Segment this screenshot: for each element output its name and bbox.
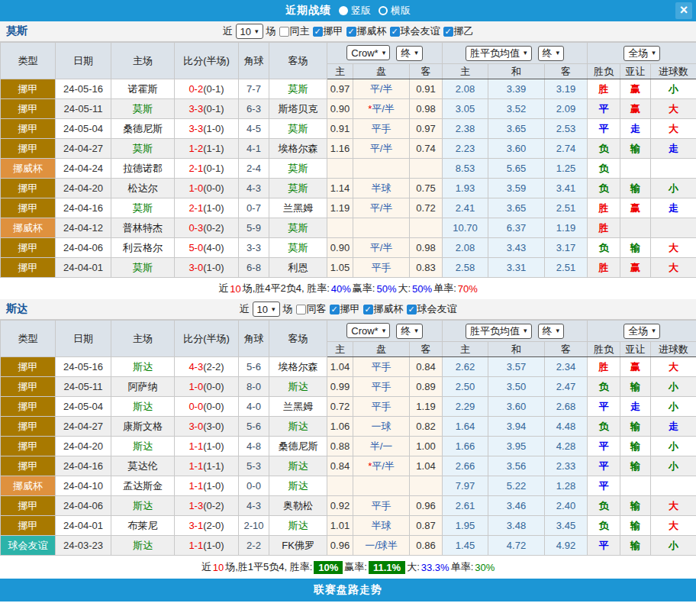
date-cell: 24-04-06 xyxy=(56,496,111,516)
result-wdl-cell: 胜 xyxy=(588,198,620,218)
odds-away-cell: 0.98 xyxy=(410,99,443,119)
away-team-cell: 桑德尼斯 xyxy=(269,437,327,456)
result-handicap-cell: 走 xyxy=(620,397,651,417)
avg-home-cell: 2.66 xyxy=(443,456,488,476)
league-badge: 挪甲 xyxy=(1,79,56,99)
avg-home-cell: 2.08 xyxy=(443,79,488,99)
team2-league3-checkbox[interactable]: 球会友谊 xyxy=(407,302,457,316)
bookmaker-select[interactable]: Crow*▾ xyxy=(346,323,390,338)
team2-league2-checkbox[interactable]: 挪威杯 xyxy=(363,302,404,316)
result-handicap-cell: 输 xyxy=(620,417,651,437)
result-wdl-cell: 负 xyxy=(588,417,620,437)
final-odds-select2[interactable]: 终▾ xyxy=(538,324,565,339)
result-goals-cell: 大 xyxy=(651,238,696,258)
avg-away-cell: 3.41 xyxy=(545,179,588,198)
team1-league3-checkbox[interactable]: 球会友谊 xyxy=(390,24,440,38)
sub-home-header: 主 xyxy=(327,64,353,79)
final-odds-select2[interactable]: 终▾ xyxy=(538,46,565,61)
score-cell: 1-3(0-2) xyxy=(175,496,239,516)
home-team-cell: 桑德尼斯 xyxy=(111,119,175,139)
odds-away-cell: 1.19 xyxy=(410,397,443,417)
home-header: 主场 xyxy=(111,43,175,79)
result-wdl-cell: 平 xyxy=(588,119,620,139)
team1-games-count-select[interactable]: 10▾ xyxy=(236,24,263,39)
match-row: 挪甲24-05-16诺霍斯0-2(0-1)7-7莫斯0.97平/半0.912.0… xyxy=(1,79,696,99)
away-team-cell: 兰黑姆 xyxy=(269,397,327,417)
result-wdl-cell: 负 xyxy=(588,516,620,536)
avg-away-cell: 3.19 xyxy=(545,79,588,99)
layout-horizontal-radio[interactable] xyxy=(379,6,388,15)
scope-select[interactable]: 全场▾ xyxy=(624,324,660,339)
final-odds-select[interactable]: 终▾ xyxy=(396,46,423,61)
avg-odds-select[interactable]: 胜平负均值▾ xyxy=(466,324,532,339)
team1-name: 莫斯 xyxy=(6,24,27,38)
date-header: 日期 xyxy=(56,43,111,79)
score-cell: 1-0(0-0) xyxy=(175,377,239,397)
handicap-cell: 平手 xyxy=(353,377,410,397)
close-icon[interactable]: × xyxy=(675,2,692,19)
chevron-down-icon: ▾ xyxy=(524,50,527,56)
odds-home-cell: 1.06 xyxy=(327,417,353,437)
team1-league2-checkbox[interactable]: 挪威杯 xyxy=(346,24,387,38)
league-badge: 挪甲 xyxy=(1,258,56,278)
layout-vertical-radio[interactable] xyxy=(339,6,348,15)
odds-home-cell: 1.19 xyxy=(327,198,353,218)
league2-label: 挪威杯 xyxy=(374,302,404,316)
popup-title: 近期战绩 xyxy=(285,4,331,18)
avg-header-cell: 胜平负均值▾终▾ xyxy=(443,321,588,342)
odds-home-cell: 1.16 xyxy=(327,139,353,159)
team1-league1-checkbox[interactable]: 挪甲 xyxy=(313,24,343,38)
avg-home-cell: 1.93 xyxy=(443,179,488,198)
league-badge: 挪甲 xyxy=(1,397,56,417)
team2-same-away-checkbox[interactable]: 同客 xyxy=(296,302,327,316)
league-trend-title: 联赛盘路走势 xyxy=(314,583,382,597)
league2-label: 挪威杯 xyxy=(357,24,387,38)
final-odds-select[interactable]: 终▾ xyxy=(396,324,423,339)
team1-same-home-checkbox[interactable]: 同主 xyxy=(279,24,310,38)
games-label: 场 xyxy=(266,24,276,38)
result-goals-cell: 走 xyxy=(651,198,696,218)
league-badge: 挪甲 xyxy=(1,238,56,258)
avg-draw-cell: 3.43 xyxy=(488,238,545,258)
result-wdl-cell: 负 xyxy=(588,238,620,258)
result-handicap-cell: 赢 xyxy=(620,99,651,119)
team1-league4-checkbox[interactable]: 挪乙 xyxy=(443,24,474,38)
date-cell: 24-04-16 xyxy=(56,198,111,218)
away-header: 客场 xyxy=(269,43,327,79)
avg-draw-cell: 3.60 xyxy=(488,397,545,417)
avg-away-cell: 2.68 xyxy=(545,397,588,417)
result-handicap-cell: 输 xyxy=(620,238,651,258)
odds-home-cell: 0.90 xyxy=(327,238,353,258)
result-goals-cell: 大 xyxy=(651,119,696,139)
match-row: 挪甲24-04-27莫斯1-2(1-1)4-1埃格尔森1.16平/半0.742.… xyxy=(1,139,696,159)
avg-away-cell: 4.28 xyxy=(545,437,588,456)
corner-header: 角球 xyxy=(239,43,269,79)
team2-games-count-select[interactable]: 10▾ xyxy=(253,302,280,317)
date-cell: 24-05-16 xyxy=(56,357,111,377)
score-cell: 2-1(0-1) xyxy=(175,159,239,179)
score-cell: 5-0(4-0) xyxy=(175,238,239,258)
team2-league1-checkbox[interactable]: 挪甲 xyxy=(330,302,360,316)
odds-away-cell: 1.00 xyxy=(410,437,443,456)
result-goals-cell: 大 xyxy=(651,516,696,536)
result-handicap-cell: 输 xyxy=(620,377,651,397)
handicap-cell: 平/半 xyxy=(353,238,410,258)
result-goals-cell: 小 xyxy=(651,397,696,417)
avg-home-cell: 2.61 xyxy=(443,496,488,516)
avg-away-cell: 3.17 xyxy=(545,238,588,258)
score-cell: 3-0(3-0) xyxy=(175,417,239,437)
away-team-cell: 利恩 xyxy=(269,258,327,278)
sub-wdl-header: 胜负 xyxy=(588,342,620,357)
avg-draw-cell: 4.72 xyxy=(488,536,545,556)
avg-odds-select[interactable]: 胜平负均值▾ xyxy=(466,46,532,61)
odds-away-cell: 0.86 xyxy=(410,536,443,556)
score-cell: 3-3(0-1) xyxy=(175,99,239,119)
date-cell: 24-04-20 xyxy=(56,437,111,456)
avg-draw-cell: 3.94 xyxy=(488,417,545,437)
scope-select[interactable]: 全场▾ xyxy=(624,46,660,61)
bookmaker-select[interactable]: Crow*▾ xyxy=(346,45,390,60)
result-goals-cell: 走 xyxy=(651,139,696,159)
handicap-cell xyxy=(353,476,410,496)
odds-home-cell xyxy=(327,218,353,238)
match-row: 挪甲24-05-04桑德尼斯3-3(1-0)4-5莫斯0.91平手0.972.3… xyxy=(1,119,696,139)
